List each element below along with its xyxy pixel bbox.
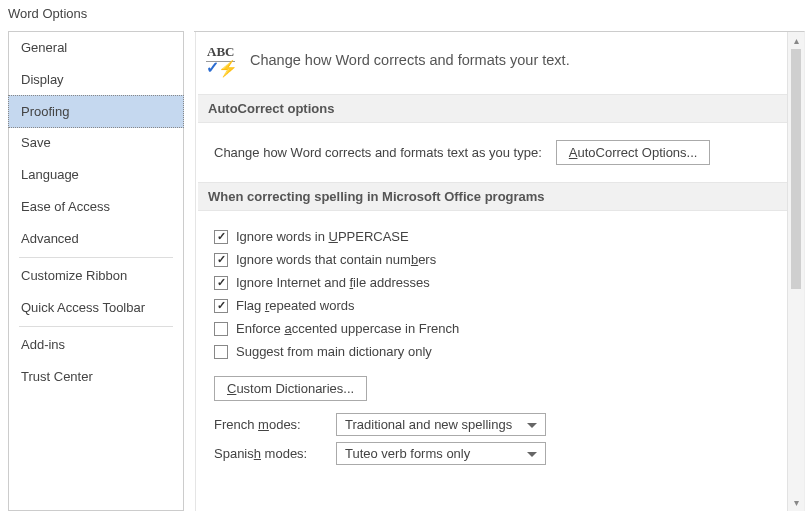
checkbox[interactable] xyxy=(214,322,228,336)
sidebar-item-display[interactable]: Display xyxy=(9,64,183,96)
window-title: Word Options xyxy=(0,0,805,31)
sidebar-item-quick-access-toolbar[interactable]: Quick Access Toolbar xyxy=(9,292,183,324)
checkbox[interactable] xyxy=(214,299,228,313)
checkbox[interactable] xyxy=(214,276,228,290)
custom-dict-accel: C xyxy=(227,381,236,396)
autocorrect-options-button[interactable]: AutoCorrect Options... xyxy=(556,140,711,165)
content-container: GeneralDisplayProofingSaveLanguageEase o… xyxy=(0,31,805,511)
panel-divider xyxy=(195,32,196,511)
sidebar-item-customize-ribbon[interactable]: Customize Ribbon xyxy=(9,260,183,292)
custom-dictionaries-button[interactable]: Custom Dictionaries... xyxy=(214,376,367,401)
sidebar-item-general[interactable]: General xyxy=(9,32,183,64)
sidebar: GeneralDisplayProofingSaveLanguageEase o… xyxy=(8,31,184,511)
spelling-option-4[interactable]: Enforce accented uppercase in French xyxy=(214,317,786,340)
french-modes-label: French modes: xyxy=(214,417,326,432)
sidebar-divider xyxy=(19,326,173,327)
spelling-section: Ignore words in UPPERCASEIgnore words th… xyxy=(194,225,790,373)
scroll-up-arrow-icon[interactable]: ▴ xyxy=(788,32,804,49)
spelling-option-2[interactable]: Ignore Internet and file addresses xyxy=(214,271,786,294)
scrollbar-thumb[interactable] xyxy=(791,49,801,289)
sidebar-item-proofing[interactable]: Proofing xyxy=(8,95,184,128)
checkbox-label: Suggest from main dictionary only xyxy=(236,344,432,359)
checkbox-label: Ignore Internet and file addresses xyxy=(236,275,430,290)
spellcheck-abc-icon: ABC ✓ ⚡ xyxy=(204,44,238,76)
french-modes-dropdown[interactable]: Traditional and new spellings xyxy=(336,413,546,436)
autocorrect-section: Change how Word corrects and formats tex… xyxy=(194,137,790,178)
header-text: Change how Word corrects and formats you… xyxy=(250,52,570,68)
checkbox-label: Flag repeated words xyxy=(236,298,355,313)
vertical-scrollbar[interactable]: ▴ ▾ xyxy=(787,32,804,511)
checkbox-label: Ignore words that contain numbers xyxy=(236,252,436,267)
sidebar-item-save[interactable]: Save xyxy=(9,127,183,159)
checkbox-label: Enforce accented uppercase in French xyxy=(236,321,459,336)
main-panel: ABC ✓ ⚡ Change how Word corrects and for… xyxy=(194,31,805,511)
autocorrect-btn-rest: utoCorrect Options... xyxy=(577,145,697,160)
checkbox[interactable] xyxy=(214,345,228,359)
sidebar-item-add-ins[interactable]: Add-ins xyxy=(9,329,183,361)
sidebar-item-language[interactable]: Language xyxy=(9,159,183,191)
custom-dict-rest: ustom Dictionaries... xyxy=(236,381,354,396)
spelling-option-5[interactable]: Suggest from main dictionary only xyxy=(214,340,786,363)
spanish-modes-value: Tuteo verb forms only xyxy=(345,446,470,461)
french-modes-value: Traditional and new spellings xyxy=(345,417,512,432)
lightning-icon: ⚡ xyxy=(218,61,238,77)
header-row: ABC ✓ ⚡ Change how Word corrects and for… xyxy=(194,44,790,90)
checkbox[interactable] xyxy=(214,230,228,244)
spelling-controls: Custom Dictionaries... French modes: Tra… xyxy=(194,373,790,478)
spelling-option-0[interactable]: Ignore words in UPPERCASE xyxy=(214,225,786,248)
scroll-down-arrow-icon[interactable]: ▾ xyxy=(788,494,804,511)
sidebar-item-ease-of-access[interactable]: Ease of Access xyxy=(9,191,183,223)
section-heading-spelling: When correcting spelling in Microsoft Of… xyxy=(198,182,790,211)
section-heading-autocorrect: AutoCorrect options xyxy=(198,94,790,123)
sidebar-item-advanced[interactable]: Advanced xyxy=(9,223,183,255)
checkbox-label: Ignore words in UPPERCASE xyxy=(236,229,409,244)
sidebar-item-trust-center[interactable]: Trust Center xyxy=(9,361,183,393)
spelling-option-3[interactable]: Flag repeated words xyxy=(214,294,786,317)
spanish-modes-dropdown[interactable]: Tuteo verb forms only xyxy=(336,442,546,465)
checkbox[interactable] xyxy=(214,253,228,267)
autocorrect-description: Change how Word corrects and formats tex… xyxy=(214,145,542,160)
spanish-modes-label: Spanish modes: xyxy=(214,446,326,461)
sidebar-divider xyxy=(19,257,173,258)
spelling-option-1[interactable]: Ignore words that contain numbers xyxy=(214,248,786,271)
